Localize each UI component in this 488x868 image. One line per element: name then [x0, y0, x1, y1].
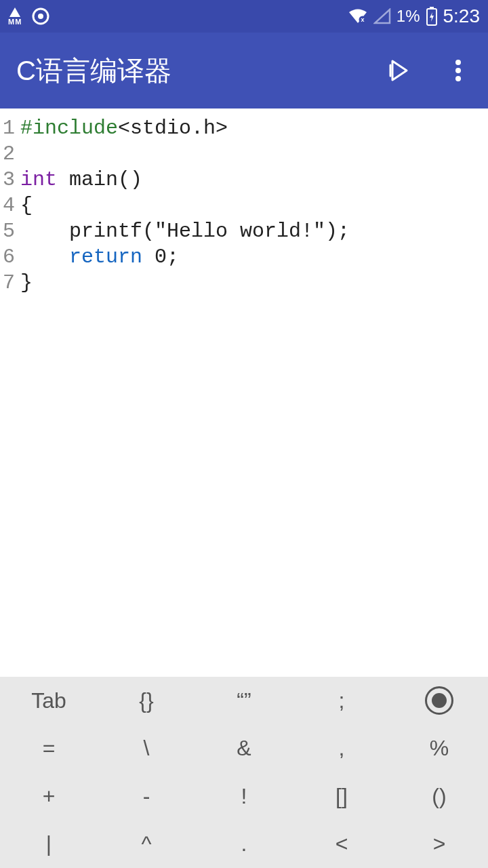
code-line[interactable]: 4{	[0, 193, 488, 218]
keyboard-row: =\&,%	[0, 725, 488, 773]
more-menu-button[interactable]	[445, 57, 472, 84]
code-content[interactable]: #include<stdio.h>	[20, 115, 228, 141]
app-actions	[385, 57, 472, 84]
code-line[interactable]: 5 printf("Hello world!");	[0, 218, 488, 244]
svg-point-7	[455, 68, 461, 73]
key-cursor[interactable]	[390, 677, 488, 725]
code-content[interactable]: return 0;	[20, 244, 179, 270]
key-sym[interactable]: -	[98, 772, 195, 821]
battery-pct: 1%	[396, 7, 420, 26]
line-number: 1	[0, 115, 20, 141]
key-sym[interactable]: ^	[98, 821, 195, 869]
line-number: 2	[0, 141, 20, 167]
key-sym[interactable]: <	[293, 821, 390, 869]
mm-icon: MM	[8, 7, 22, 26]
code-content[interactable]: {	[20, 193, 33, 218]
key-sym[interactable]: +	[0, 772, 98, 821]
svg-point-1	[38, 14, 43, 19]
key-sym[interactable]: \	[98, 725, 195, 773]
record-icon	[31, 7, 50, 26]
signal-icon	[373, 8, 391, 24]
svg-text:x: x	[361, 16, 364, 23]
code-line[interactable]: 3int main()	[0, 167, 488, 193]
run-button[interactable]	[385, 57, 412, 84]
line-number: 3	[0, 167, 20, 193]
code-line[interactable]: 1#include<stdio.h>	[0, 115, 488, 141]
key-symsym[interactable]: {}	[98, 677, 195, 725]
key-sym[interactable]: &	[195, 725, 293, 773]
svg-point-6	[455, 60, 461, 65]
code-content[interactable]: printf("Hello world!");	[20, 218, 350, 244]
svg-rect-5	[430, 7, 434, 9]
key-sym[interactable]: ;	[293, 677, 390, 725]
key-Tab[interactable]: Tab	[0, 677, 98, 725]
battery-icon	[426, 7, 438, 26]
app-title: C语言编译器	[16, 52, 171, 90]
code-line[interactable]: 6 return 0;	[0, 244, 488, 270]
keyboard-row: +-![]()	[0, 772, 488, 821]
key-sym[interactable]: %	[390, 725, 488, 773]
code-content[interactable]: int main()	[20, 167, 142, 193]
key-symsym[interactable]: ()	[390, 772, 488, 821]
key-sym[interactable]: .	[195, 821, 293, 869]
symbol-keyboard: Tab{}“”;=\&,%+-![]()|^.<>	[0, 677, 488, 868]
code-line[interactable]: 2	[0, 141, 488, 167]
clock-text: 5:23	[443, 5, 481, 27]
code-editor[interactable]: 1#include<stdio.h>23int main()4{5 printf…	[0, 108, 488, 677]
code-line[interactable]: 7}	[0, 270, 488, 296]
key-sym[interactable]: |	[0, 821, 98, 869]
status-right: x 1% 5:23	[348, 5, 480, 27]
keyboard-row: |^.<>	[0, 821, 488, 869]
key-symsym[interactable]: []	[293, 772, 390, 821]
code-content[interactable]: }	[20, 270, 33, 296]
key-sym[interactable]: ,	[293, 725, 390, 773]
status-left: MM	[8, 7, 50, 26]
wifi-icon: x	[348, 8, 368, 24]
status-bar: MM x 1% 5:23	[0, 0, 488, 33]
key-sym[interactable]: !	[195, 772, 293, 821]
line-number: 7	[0, 270, 20, 296]
key-symsym[interactable]: “”	[195, 677, 293, 725]
keyboard-row: Tab{}“”;	[0, 677, 488, 725]
svg-point-8	[455, 76, 461, 81]
line-number: 4	[0, 193, 20, 218]
line-number: 6	[0, 244, 20, 270]
line-number: 5	[0, 218, 20, 244]
app-bar: C语言编译器	[0, 33, 488, 108]
key-sym[interactable]: >	[390, 821, 488, 869]
key-sym[interactable]: =	[0, 725, 98, 773]
